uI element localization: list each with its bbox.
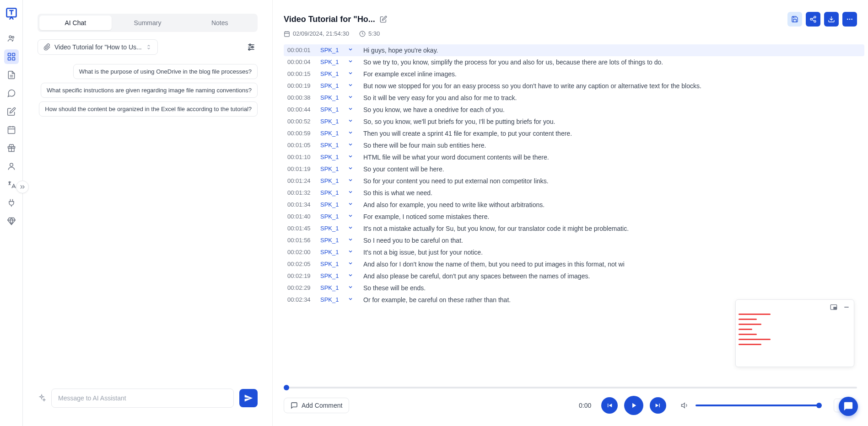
transcript-speaker[interactable]: SPK_1 [320,154,343,160]
sidebar-document-icon[interactable] [4,68,19,82]
transcript-speaker[interactable]: SPK_1 [320,213,343,220]
chevron-down-icon[interactable] [348,201,355,207]
transcript-row[interactable]: 00:00:59 SPK_1 Then you will create a sp… [284,128,864,139]
chevron-down-icon[interactable] [348,284,355,290]
tab-ai-chat[interactable]: AI Chat [39,16,112,30]
minimize-icon[interactable] [843,304,850,311]
sidebar-people-icon[interactable] [4,31,19,46]
chevron-down-icon[interactable] [348,165,355,171]
chevron-down-icon[interactable] [348,272,355,278]
transcript-row[interactable]: 00:01:40 SPK_1 For example, I noticed so… [284,211,864,223]
transcript-row[interactable]: 00:02:05 SPK_1 And also for I don't know… [284,258,864,270]
pip-icon[interactable] [830,304,837,311]
edit-title-button[interactable] [380,16,387,23]
chevron-down-icon[interactable] [348,106,355,112]
chevron-down-icon[interactable] [348,70,355,76]
chevron-down-icon[interactable] [348,82,355,88]
transcript-row[interactable]: 00:00:19 SPK_1 But now we stopped for yo… [284,80,864,92]
more-button[interactable] [842,12,857,27]
adjust-button[interactable] [245,41,258,53]
transcript-speaker[interactable]: SPK_1 [320,296,343,303]
transcript-row[interactable]: 00:02:19 SPK_1 And also please be carefu… [284,270,864,282]
transcript-speaker[interactable]: SPK_1 [320,94,343,101]
transcript-row[interactable]: 00:01:45 SPK_1 It's not a mistake actual… [284,223,864,234]
add-comment-button[interactable]: Add Comment [284,398,349,413]
sparkle-icon[interactable] [38,394,46,402]
suggestion-item[interactable]: How should the content be organized in t… [39,101,258,117]
chevron-down-icon[interactable] [348,249,355,254]
transcript-row[interactable]: 00:01:56 SPK_1 So I need you to be caref… [284,234,864,246]
transcript-row[interactable]: 00:00:44 SPK_1 So you know, we have a on… [284,104,864,116]
sidebar-chat-icon[interactable] [4,86,19,101]
chevron-down-icon[interactable] [348,142,355,147]
transcript-speaker[interactable]: SPK_1 [320,261,343,267]
transcript-speaker[interactable]: SPK_1 [320,70,343,77]
sidebar-user-icon[interactable] [4,159,19,174]
transcript-row[interactable]: 00:00:38 SPK_1 So it will be very easy f… [284,92,864,104]
transcript-speaker[interactable]: SPK_1 [320,82,343,89]
chevron-down-icon[interactable] [348,213,355,218]
transcript-row[interactable]: 00:01:24 SPK_1 So for your content you n… [284,175,864,187]
share-button[interactable] [806,12,820,27]
prev-button[interactable] [601,397,618,414]
transcript-row[interactable]: 00:01:32 SPK_1 So this is what we need. [284,187,864,199]
sidebar-edit-icon[interactable] [4,104,19,119]
save-button[interactable] [787,12,802,27]
chevron-down-icon[interactable] [348,59,355,64]
sidebar-diamond-icon[interactable] [4,214,19,229]
transcript-speaker[interactable]: SPK_1 [320,201,343,208]
chevron-down-icon[interactable] [348,261,355,266]
transcript-speaker[interactable]: SPK_1 [320,165,343,172]
chevron-down-icon[interactable] [348,177,355,183]
transcript-speaker[interactable]: SPK_1 [320,130,343,137]
chevron-down-icon[interactable] [348,94,355,100]
chat-input[interactable] [51,389,234,408]
chevron-down-icon[interactable] [348,189,355,195]
transcript-speaker[interactable]: SPK_1 [320,59,343,65]
transcript-row[interactable]: 00:01:10 SPK_1 HTML file will be what yo… [284,151,864,163]
transcript-row[interactable]: 00:01:34 SPK_1 And also for example, you… [284,199,864,211]
download-button[interactable] [824,12,839,27]
volume-thumb[interactable] [816,403,822,408]
volume-slider[interactable] [695,405,819,406]
sidebar-calendar-icon[interactable] [4,122,19,137]
progress-thumb[interactable] [284,385,289,390]
transcript-speaker[interactable]: SPK_1 [320,177,343,184]
sidebar-plug-icon[interactable] [4,196,19,210]
transcript-row[interactable]: 00:02:29 SPK_1 So these will be ends. [284,282,864,294]
video-preview[interactable] [735,299,854,367]
transcript-speaker[interactable]: SPK_1 [320,106,343,113]
next-button[interactable] [650,397,666,414]
suggestion-item[interactable]: What is the purpose of using OneDrive in… [73,64,258,79]
chevron-down-icon[interactable] [348,130,355,135]
transcript-speaker[interactable]: SPK_1 [320,142,343,149]
transcript-speaker[interactable]: SPK_1 [320,237,343,244]
chevron-down-icon[interactable] [348,237,355,242]
file-selector[interactable]: Video Tutorial for "How to Us... [38,39,158,55]
sidebar-gift-icon[interactable] [4,141,19,155]
transcript-row[interactable]: 00:00:04 SPK_1 So we try to, you know, s… [284,56,864,68]
chevron-down-icon[interactable] [348,47,355,52]
tab-notes[interactable]: Notes [183,16,256,30]
chevron-down-icon[interactable] [348,154,355,159]
transcript-speaker[interactable]: SPK_1 [320,47,343,53]
sidebar-dashboard-icon[interactable] [4,49,19,64]
transcript-list[interactable]: 00:00:01 SPK_1 Hi guys, hope you're okay… [273,44,868,381]
transcript-row[interactable]: 00:00:15 SPK_1 For example excel inline … [284,68,864,80]
chat-fab[interactable] [839,397,858,416]
volume-icon[interactable] [681,401,689,410]
send-button[interactable] [239,389,258,407]
transcript-speaker[interactable]: SPK_1 [320,225,343,232]
transcript-row[interactable]: 00:01:19 SPK_1 So your content will be h… [284,163,864,175]
transcript-row[interactable]: 00:02:00 SPK_1 It's not a big issue, but… [284,246,864,258]
tab-summary[interactable]: Summary [112,16,184,30]
chevron-down-icon[interactable] [348,225,355,230]
transcript-row[interactable]: 00:00:52 SPK_1 So, so you know, we'll pu… [284,116,864,128]
progress-bar[interactable] [284,387,857,389]
play-button[interactable] [624,396,643,415]
transcript-speaker[interactable]: SPK_1 [320,189,343,196]
chevron-down-icon[interactable] [348,296,355,302]
transcript-row[interactable]: 00:01:05 SPK_1 So there will be four mai… [284,139,864,151]
sidebar-expand-button[interactable] [16,181,29,193]
transcript-speaker[interactable]: SPK_1 [320,118,343,125]
